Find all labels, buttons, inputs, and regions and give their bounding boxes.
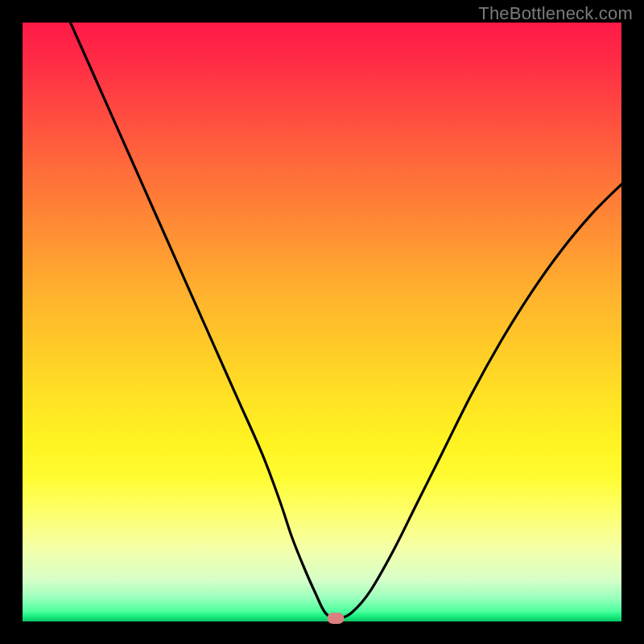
bottleneck-curve xyxy=(23,23,621,621)
chart-frame: TheBottleneck.com xyxy=(0,0,644,644)
watermark-text: TheBottleneck.com xyxy=(478,3,633,24)
curve-path xyxy=(71,23,622,619)
optimum-marker xyxy=(328,613,345,624)
plot-area xyxy=(23,23,621,621)
